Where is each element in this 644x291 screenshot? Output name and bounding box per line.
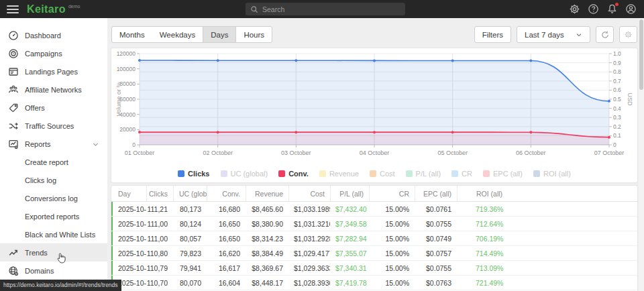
cell-revenue: $8,465.60	[246, 202, 288, 216]
table-body: 2025-10-01111,2180,17316,680$8,465.60$1,…	[111, 202, 637, 291]
interval-tabs: MonthsWeekdaysDaysHours	[111, 26, 272, 43]
legend-label: Cost	[380, 170, 395, 178]
affiliate-networks-icon	[8, 84, 19, 95]
legend-label: P/L (all)	[416, 170, 441, 178]
tab-hours[interactable]: Hours	[236, 27, 272, 42]
tab-weekdays[interactable]: Weekdays	[152, 27, 203, 42]
legend-item-uc-global[interactable]: UC (global)	[221, 170, 268, 178]
brand-logo[interactable]: Keitaro	[27, 3, 66, 15]
gear-icon	[624, 30, 633, 39]
search-input[interactable]	[262, 5, 400, 13]
cell-revenue: $8,314.23	[246, 231, 288, 245]
sidebar-item-affiliate-networks[interactable]: Affiliate Networks	[0, 80, 107, 99]
cell-uc-global: 79,941	[173, 261, 207, 275]
cell-conv: 16,680	[207, 202, 246, 216]
legend-swatch	[319, 170, 326, 177]
table-row: 2025-10-01111,2180,17316,680$8,465.60$1,…	[111, 202, 637, 217]
table-row: 2025-10-02111,0080,12416,650$8,380.90$1,…	[111, 217, 637, 231]
sidebar-item-label: Conversions log	[25, 194, 78, 202]
svg-text:20000: 20000	[119, 126, 136, 133]
page-scrollbar[interactable]	[639, 18, 644, 291]
cell-day: 2025-10-03	[111, 231, 146, 245]
legend-item-roi-all[interactable]: ROI (all)	[533, 170, 571, 178]
sidebar-item-campaigns[interactable]: Campaigns	[0, 44, 107, 62]
search-box[interactable]	[246, 3, 405, 15]
legend-item-epc-all[interactable]: EPC (all)	[483, 170, 523, 178]
svg-text:0.9: 0.9	[613, 60, 621, 66]
sidebar-item-traffic-sources[interactable]: Traffic Sources	[0, 117, 107, 135]
cell-clicks: 111,21	[146, 202, 173, 216]
tab-days[interactable]: Days	[203, 27, 236, 42]
table-row: 2025-10-04110,8079,82316,620$8,384.49$1,…	[111, 246, 637, 261]
col-header-cr[interactable]: CR	[369, 186, 415, 201]
scrollbar-thumb[interactable]	[639, 19, 643, 90]
legend-item-conv[interactable]: Conv.	[278, 170, 309, 178]
cell-uc-global: 80,070	[173, 276, 207, 290]
legend-swatch	[178, 170, 184, 177]
filters-button[interactable]: Filters	[474, 26, 511, 43]
col-header-epc-all[interactable]: EPC (all)	[415, 186, 457, 201]
notifications-button[interactable]	[606, 3, 619, 15]
svg-text:07 October: 07 October	[594, 150, 625, 156]
legend-swatch	[533, 170, 540, 177]
cell-revenue: $8,380.90	[246, 217, 288, 231]
col-header-p-l-all[interactable]: P/L (all)	[330, 186, 369, 201]
date-range-select[interactable]: Last 7 days	[517, 26, 590, 43]
svg-text:0.2: 0.2	[613, 123, 621, 130]
legend-item-revenue[interactable]: Revenue	[319, 170, 359, 178]
sidebar-item-landings-pages[interactable]: Landings Pages	[0, 62, 107, 80]
legend-item-clicks[interactable]: Clicks	[178, 170, 209, 178]
cell-epc-all: $0.0755	[415, 261, 457, 275]
sidebar-item-domains[interactable]: Domains	[0, 261, 107, 280]
cell-cost: $1,028.3930	[288, 276, 330, 290]
col-header-clicks[interactable]: Clicks	[146, 186, 173, 201]
col-header-roi-all[interactable]: ROI (all)	[457, 186, 637, 201]
svg-text:0.1: 0.1	[613, 132, 621, 139]
legend-item-cr[interactable]: CR	[451, 170, 472, 178]
sidebar-item-reports[interactable]: Reports	[0, 135, 107, 153]
col-header-day[interactable]: Day	[111, 186, 146, 201]
cell-day: 2025-10-05	[111, 261, 146, 275]
sidebar-item-dashboard[interactable]: Dashboard	[0, 26, 107, 44]
col-header-revenue[interactable]: Revenue	[246, 186, 288, 201]
legend-item-p-l-all[interactable]: P/L (all)	[406, 170, 441, 178]
cell-roi-all: 712.64%	[457, 217, 637, 231]
hamburger-menu-icon[interactable]	[7, 5, 19, 13]
col-header-cost[interactable]: Cost	[288, 186, 330, 201]
cell-cost: $1,031.3216	[288, 217, 330, 231]
table-header: DayClicksUC (global)Conv.RevenueCostP/L …	[111, 186, 637, 202]
cell-day: 2025-10-02	[111, 217, 146, 231]
tab-months[interactable]: Months	[112, 27, 152, 42]
account-button[interactable]	[625, 3, 637, 15]
sidebar-item-create-report[interactable]: Create report	[0, 153, 107, 171]
cell-conv: 16,620	[207, 246, 246, 260]
col-header-uc-global[interactable]: UC (global)	[173, 186, 207, 201]
sidebar-item-black-and-white-lists[interactable]: Black and White Lists	[0, 225, 107, 243]
cell-conv: 16,650	[207, 217, 246, 231]
refresh-icon	[600, 30, 610, 40]
svg-text:100000: 100000	[117, 66, 136, 72]
svg-text:04 October: 04 October	[360, 150, 390, 156]
cell-p-l-all: $7,349.58	[330, 217, 369, 231]
legend-label: Revenue	[329, 170, 359, 178]
cell-revenue: $8,369.67	[246, 261, 288, 275]
chart-settings-button[interactable]	[619, 26, 637, 43]
chevron-down-icon	[92, 141, 99, 148]
cell-roi-all: 721.49%	[457, 276, 637, 290]
brand-badge: demo	[68, 4, 80, 9]
refresh-button[interactable]	[596, 26, 614, 43]
sidebar-item-conversions-log[interactable]: Conversions log	[0, 189, 107, 207]
help-button[interactable]	[587, 3, 600, 15]
sidebar-item-clicks-log[interactable]: Clicks log	[0, 171, 107, 189]
trends-table: DayClicksUC (global)Conv.RevenueCostP/L …	[111, 186, 637, 291]
sidebar-item-exported-reports[interactable]: Exported reports	[0, 207, 107, 225]
cell-cr: 15.00%	[369, 231, 415, 245]
settings-button[interactable]	[568, 3, 581, 15]
cell-epc-all: $0.0763	[415, 276, 457, 290]
chart-card: 02000040000600008000010000012000000.10.2…	[111, 48, 637, 182]
sidebar-item-offers[interactable]: Offers	[0, 99, 107, 117]
legend-item-cost[interactable]: Cost	[370, 170, 395, 178]
col-header-conv[interactable]: Conv.	[207, 186, 246, 201]
search-icon	[250, 5, 258, 13]
sidebar-item-trends[interactable]: Trends	[0, 243, 107, 261]
